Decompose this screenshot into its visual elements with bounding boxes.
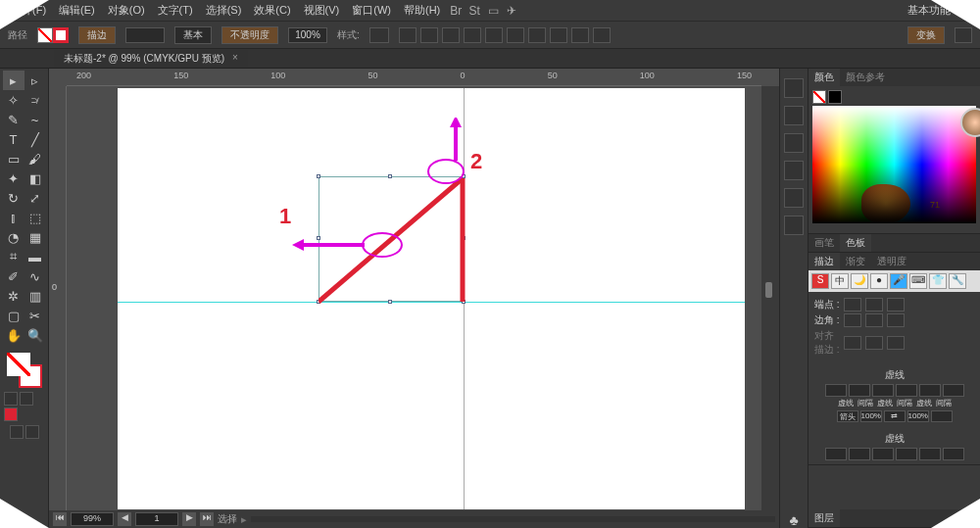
drawing-mode-btn[interactable] bbox=[10, 425, 24, 439]
align-btn-3[interactable] bbox=[442, 27, 460, 43]
menu-view[interactable]: 视图(V) bbox=[299, 1, 345, 20]
ime-mic-icon[interactable]: 🎤 bbox=[890, 273, 907, 289]
arrow-swap[interactable]: ⇄ bbox=[884, 410, 906, 422]
mesh-tool[interactable]: ⌗ bbox=[3, 247, 24, 266]
dash-input[interactable] bbox=[896, 448, 917, 460]
corner-bevel-btn[interactable] bbox=[887, 313, 905, 327]
shaper-tool[interactable]: ✦ bbox=[3, 168, 24, 188]
arrow-start[interactable]: 箭头 bbox=[837, 410, 858, 422]
rectangle-tool[interactable]: ▭ bbox=[3, 149, 24, 168]
ime-tool-icon[interactable]: 🔧 bbox=[949, 273, 966, 289]
zoom-level[interactable]: 99% bbox=[71, 512, 114, 526]
menu-object[interactable]: 对象(O) bbox=[103, 1, 150, 20]
corner-round-btn[interactable] bbox=[865, 313, 883, 327]
align-inside-btn[interactable] bbox=[865, 336, 883, 350]
dock-icon-5[interactable] bbox=[784, 188, 804, 208]
ime-keyboard-icon[interactable]: ⌨ bbox=[909, 273, 927, 289]
align-center-btn[interactable] bbox=[844, 336, 861, 350]
align-btn-2[interactable] bbox=[420, 27, 438, 43]
bridge-icon[interactable]: Br bbox=[448, 3, 464, 19]
menu-edit[interactable]: 编辑(E) bbox=[54, 1, 100, 20]
menu-window[interactable]: 窗口(W) bbox=[347, 1, 396, 20]
ime-skin-icon[interactable]: 👕 bbox=[929, 273, 947, 289]
color-fill-swatch[interactable] bbox=[812, 90, 826, 104]
fill-stroke-indicator[interactable] bbox=[5, 351, 44, 390]
menu-select[interactable]: 选择(S) bbox=[201, 1, 247, 20]
artboard-tool[interactable]: ▢ bbox=[3, 306, 24, 325]
arrow-scale-end[interactable]: 100% bbox=[907, 410, 929, 422]
path-triangle[interactable] bbox=[318, 176, 466, 304]
align-outside-btn[interactable] bbox=[887, 336, 905, 350]
dash-input-3[interactable] bbox=[919, 384, 941, 397]
align-btn-4[interactable] bbox=[464, 27, 481, 43]
tab-color-guide[interactable]: 颜色参考 bbox=[840, 69, 891, 86]
rotate-tool[interactable]: ↻ bbox=[3, 188, 24, 208]
perspective-tool[interactable]: ▦ bbox=[24, 227, 46, 247]
brush-def-button[interactable]: 基本 bbox=[174, 26, 212, 44]
dash-input[interactable] bbox=[825, 448, 847, 460]
opacity-link[interactable]: 不透明度 bbox=[221, 26, 278, 44]
align-btn-8[interactable] bbox=[550, 27, 567, 43]
color-spectrum[interactable]: 71 bbox=[812, 106, 976, 223]
tab-swatches[interactable]: 色板 bbox=[840, 234, 871, 252]
next-artboard-btn[interactable]: ▶ bbox=[182, 512, 196, 526]
gap-input-1[interactable] bbox=[849, 384, 870, 397]
artboard-nav[interactable]: 1 bbox=[135, 512, 178, 526]
align-btn-6[interactable] bbox=[507, 27, 524, 43]
direct-select-tool[interactable]: ▹ bbox=[24, 71, 46, 90]
cap-round-btn[interactable] bbox=[865, 298, 883, 312]
gradient-tool[interactable]: ▬ bbox=[24, 247, 46, 266]
color-mode-btn[interactable] bbox=[4, 392, 18, 406]
prev-artboard-btn[interactable]: ◀ bbox=[118, 512, 131, 526]
ime-moon-icon[interactable]: 🌙 bbox=[851, 273, 868, 289]
arrow-end[interactable] bbox=[931, 410, 953, 422]
stroke-link[interactable]: 描边 bbox=[78, 26, 116, 44]
dash-input[interactable] bbox=[872, 448, 894, 460]
menu-help[interactable]: 帮助(H) bbox=[399, 1, 445, 20]
dock-icon-2[interactable] bbox=[784, 106, 804, 125]
artboard[interactable]: 1 2 bbox=[118, 88, 745, 509]
ruler-horizontal[interactable]: 200 150 100 50 0 50 100 150 bbox=[67, 69, 761, 86]
none-mode-btn[interactable] bbox=[4, 408, 18, 421]
scale-tool[interactable]: ⤢ bbox=[24, 188, 46, 208]
arrow-scale-start[interactable]: 100% bbox=[860, 410, 882, 422]
arrange-icon[interactable]: ▭ bbox=[485, 3, 501, 19]
dock-icon-1[interactable] bbox=[784, 78, 804, 98]
brush-tool[interactable]: 🖌 bbox=[24, 149, 46, 168]
magic-wand-tool[interactable]: ✧ bbox=[3, 90, 24, 110]
scrollbar-h-track[interactable] bbox=[251, 516, 775, 522]
menu-text[interactable]: 文字(T) bbox=[153, 1, 198, 20]
corner-miter-btn[interactable] bbox=[844, 313, 861, 327]
cap-butt-btn[interactable] bbox=[844, 298, 861, 312]
tab-layers[interactable]: 图层 bbox=[808, 509, 840, 527]
dock-suit-icon[interactable]: ♣ bbox=[789, 512, 798, 528]
graph-tool[interactable]: ▥ bbox=[24, 286, 46, 306]
tab-color[interactable]: 颜色 bbox=[808, 69, 840, 86]
gpu-icon[interactable]: ✈ bbox=[504, 3, 519, 19]
scrollbar-vertical[interactable] bbox=[761, 86, 779, 510]
selection-tool[interactable]: ▸ bbox=[3, 71, 24, 90]
dash-input[interactable] bbox=[943, 448, 964, 460]
ime-punct-icon[interactable]: ● bbox=[870, 273, 888, 289]
menu-effect[interactable]: 效果(C) bbox=[249, 1, 295, 20]
symbol-spray-tool[interactable]: ✲ bbox=[3, 286, 24, 306]
gap-input-3[interactable] bbox=[943, 384, 964, 397]
tab-gradient[interactable]: 渐变 bbox=[840, 253, 871, 270]
line-tool[interactable]: ╱ bbox=[24, 129, 46, 149]
color-stroke-swatch[interactable] bbox=[828, 90, 842, 104]
dash-input-1[interactable] bbox=[825, 384, 847, 397]
ruler-vertical[interactable]: 0 bbox=[49, 86, 67, 510]
zoom-tool[interactable]: 🔍 bbox=[24, 325, 46, 345]
align-btn-5[interactable] bbox=[485, 27, 503, 43]
first-artboard-btn[interactable]: ⏮ bbox=[53, 512, 67, 526]
hand-tool[interactable]: ✋ bbox=[3, 325, 24, 345]
ime-cn-btn[interactable]: 中 bbox=[831, 273, 849, 289]
width-tool[interactable]: ⫿ bbox=[3, 208, 24, 227]
shape-builder-tool[interactable]: ◔ bbox=[3, 227, 24, 247]
dock-icon-3[interactable] bbox=[784, 133, 804, 153]
tab-transparency[interactable]: 透明度 bbox=[871, 253, 912, 270]
close-tab-icon[interactable]: × bbox=[232, 52, 238, 66]
last-artboard-btn[interactable]: ⏭ bbox=[200, 512, 214, 526]
curvature-tool[interactable]: ~ bbox=[24, 110, 46, 129]
align-btn-10[interactable] bbox=[593, 27, 611, 43]
